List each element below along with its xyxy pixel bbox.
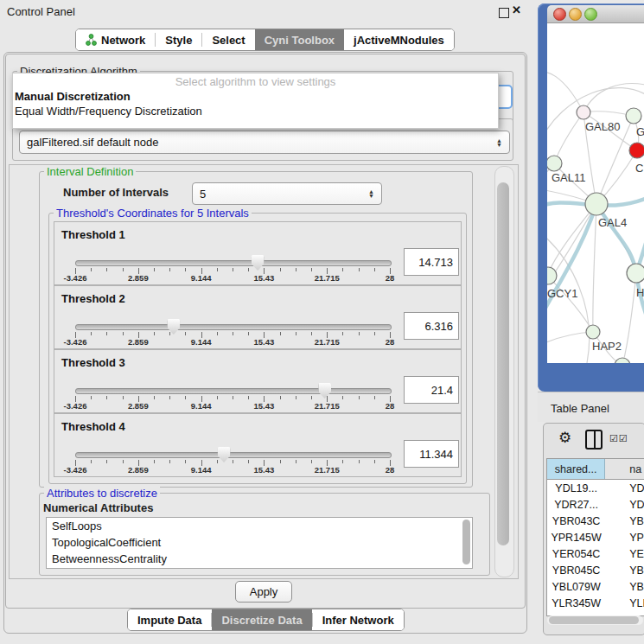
slider-tick-labels: -3.4262.8599.14415.4321.71528 bbox=[75, 337, 390, 347]
cell-name[interactable]: YBL0 bbox=[605, 578, 644, 595]
column-header-shared[interactable]: shared... bbox=[547, 459, 605, 479]
threshold-label: Threshold 3 bbox=[61, 356, 125, 369]
attribute-list-item[interactable]: BetweennessCentrality bbox=[47, 551, 472, 567]
close-traffic-light-icon[interactable] bbox=[553, 8, 566, 21]
minimize-traffic-light-icon[interactable] bbox=[569, 8, 582, 21]
threshold-panel-4: Threshold 4-3.4262.8599.14415.4321.71528… bbox=[54, 413, 462, 477]
cell-shared-name[interactable]: YBL079W bbox=[547, 578, 605, 595]
float-window-icon[interactable] bbox=[499, 8, 509, 18]
table-row[interactable]: YBR043CYBR0 bbox=[547, 513, 644, 529]
tab-select[interactable]: Select bbox=[202, 29, 254, 50]
network-node[interactable] bbox=[586, 325, 600, 339]
close-icon[interactable]: ✕ bbox=[512, 3, 521, 16]
table-row[interactable]: YBL079WYBL0 bbox=[547, 578, 644, 595]
threshold-slider-track[interactable] bbox=[75, 324, 392, 330]
tab-cyni-toolbox[interactable]: Cyni Toolbox bbox=[255, 29, 344, 50]
cell-name[interactable]: YPR1 bbox=[605, 529, 644, 545]
vertical-scrollbar-thumb[interactable] bbox=[497, 182, 509, 545]
horizontal-scrollbar[interactable] bbox=[547, 615, 643, 625]
cell-shared-name[interactable]: YDL19... bbox=[547, 480, 605, 496]
threshold-slider-track[interactable] bbox=[75, 260, 392, 266]
mode-tab-discretize-data[interactable]: Discretize Data bbox=[212, 609, 311, 630]
slider-tick-labels: -3.4262.8599.14415.4321.71528 bbox=[75, 401, 390, 411]
interval-definition-label: Interval Definition bbox=[44, 165, 136, 178]
network-node[interactable] bbox=[547, 267, 557, 284]
tab-network[interactable]: Network bbox=[76, 29, 155, 50]
table-row[interactable]: YPR145WYPR1 bbox=[547, 529, 644, 545]
threshold-slider-track[interactable] bbox=[75, 452, 392, 458]
cell-shared-name[interactable]: YLR345W bbox=[547, 595, 605, 611]
network-node[interactable] bbox=[585, 193, 608, 215]
attribute-list-item[interactable]: SelfLoops bbox=[47, 518, 472, 534]
node-label: C bbox=[635, 162, 643, 175]
network-canvas[interactable]: GAL80GCGAL11GAL4GCY1HHAP2 bbox=[547, 23, 644, 363]
attribute-list-item[interactable]: TopologicalCoefficient bbox=[47, 534, 472, 551]
algorithm-hint: Select algorithm to view settings bbox=[13, 73, 498, 89]
table-row[interactable]: YBR045CYBR0 bbox=[547, 562, 644, 578]
column-header-name[interactable]: na bbox=[605, 459, 644, 479]
network-node[interactable] bbox=[547, 156, 562, 171]
table-panel-header: Table Panel bbox=[538, 392, 644, 422]
cell-shared-name[interactable]: YER054C bbox=[547, 545, 605, 562]
thresholds-group-label: Threshold's Coordinates for 5 Intervals bbox=[54, 207, 252, 220]
algorithm-option-equal-width[interactable]: Equal Width/Frequency Discretization bbox=[13, 104, 498, 118]
cell-name[interactable]: YDR2 bbox=[605, 496, 644, 513]
table-row[interactable]: YDL19...YDL1 bbox=[547, 480, 644, 496]
gear-icon[interactable]: ⚙ bbox=[558, 429, 571, 447]
network-node[interactable] bbox=[627, 264, 644, 283]
node-table[interactable]: shared... na YDL19...YDL1YDR27...YDR2YBR… bbox=[546, 458, 644, 616]
table-data-combo-value: galFiltered.sif default node bbox=[27, 136, 158, 149]
checkbox-icons[interactable]: ☑☑ bbox=[609, 433, 628, 444]
cell-name[interactable]: YDL1 bbox=[605, 480, 644, 496]
mode-tab-impute-data[interactable]: Impute Data bbox=[128, 609, 211, 630]
mode-tab-label: Impute Data bbox=[137, 614, 201, 627]
table-row[interactable]: YER054CYER0 bbox=[547, 545, 644, 562]
threshold-label: Threshold 1 bbox=[61, 228, 125, 241]
network-node[interactable] bbox=[577, 105, 590, 119]
network-window-titlebar[interactable] bbox=[547, 5, 644, 23]
mode-tab-infer-network[interactable]: Infer Network bbox=[313, 609, 404, 630]
network-node[interactable] bbox=[615, 358, 630, 363]
stepper-arrows-icon[interactable]: ▲▼ bbox=[491, 138, 502, 147]
cell-shared-name[interactable]: YBR045C bbox=[547, 562, 605, 578]
cell-name[interactable]: YBR0 bbox=[605, 562, 644, 578]
threshold-value-field[interactable]: 14.713 bbox=[404, 248, 459, 276]
cell-shared-name[interactable]: YBR043C bbox=[547, 513, 605, 529]
num-intervals-label: Number of Intervals bbox=[63, 186, 169, 199]
mode-tab-label: Infer Network bbox=[322, 614, 394, 627]
algorithm-option-manual[interactable]: Manual Discretization bbox=[13, 89, 498, 104]
cell-shared-name[interactable]: YDR27... bbox=[547, 496, 605, 513]
network-node[interactable] bbox=[626, 108, 641, 124]
node-label: GCY1 bbox=[547, 287, 577, 300]
network-node[interactable] bbox=[629, 143, 644, 158]
split-column-icon[interactable] bbox=[585, 430, 603, 450]
apply-button[interactable]: Apply bbox=[235, 581, 292, 603]
num-intervals-combo[interactable]: 5 ▲▼ bbox=[192, 182, 382, 205]
cell-name[interactable]: YBR0 bbox=[605, 513, 644, 529]
threshold-value-field[interactable]: 6.316 bbox=[404, 312, 459, 340]
tab-style[interactable]: Style bbox=[156, 29, 201, 50]
network-edges bbox=[547, 23, 644, 363]
cell-shared-name[interactable]: YPR145W bbox=[547, 529, 605, 545]
attributes-list-scrollbar[interactable] bbox=[462, 520, 470, 564]
node-label: H bbox=[636, 286, 644, 299]
tab-label: Network bbox=[101, 34, 145, 47]
stepper-arrows-icon[interactable]: ▲▼ bbox=[363, 189, 374, 198]
tab-jactivemnodules[interactable]: jActiveMNodules bbox=[344, 29, 454, 50]
vertical-scrollbar[interactable] bbox=[494, 166, 514, 577]
table-row[interactable]: YDR27...YDR2 bbox=[547, 496, 644, 513]
threshold-slider-track[interactable] bbox=[75, 388, 392, 394]
zoom-traffic-light-icon[interactable] bbox=[584, 8, 597, 21]
threshold-value-field[interactable]: 11.344 bbox=[404, 440, 459, 468]
node-label: G bbox=[636, 125, 644, 138]
threshold-label: Threshold 2 bbox=[61, 292, 125, 305]
attributes-list[interactable]: SelfLoopsTopologicalCoefficientBetweenne… bbox=[46, 517, 473, 569]
slider-tick-labels: -3.4262.8599.14415.4321.71528 bbox=[75, 273, 390, 283]
table-data-combo[interactable]: galFiltered.sif default node ▲▼ bbox=[19, 131, 510, 154]
cell-name[interactable]: YLR3 bbox=[605, 595, 644, 611]
threshold-value-field[interactable]: 21.4 bbox=[404, 376, 459, 404]
tab-label: Select bbox=[212, 34, 245, 47]
cell-name[interactable]: YER0 bbox=[605, 545, 644, 562]
table-row[interactable]: YLR345WYLR3 bbox=[547, 595, 644, 611]
horizontal-scrollbar-thumb[interactable] bbox=[549, 616, 639, 624]
